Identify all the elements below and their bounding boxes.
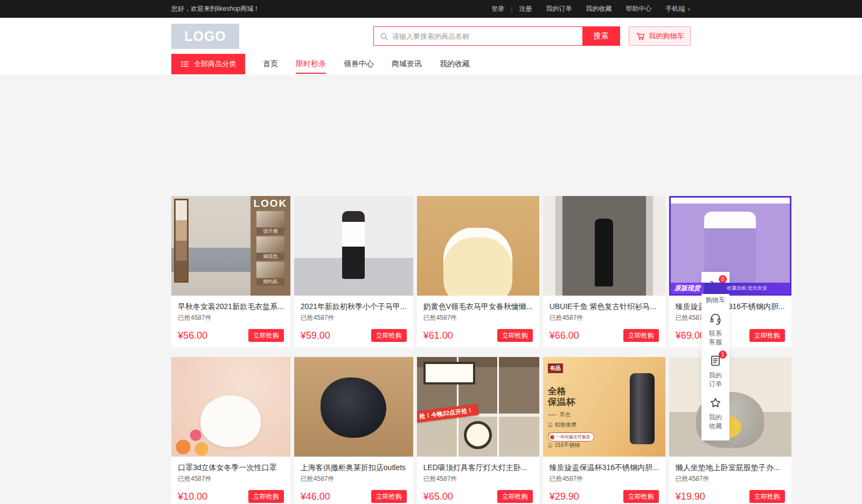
product-title: 奶黄色V领毛衣马甲女春秋慵懒... (423, 301, 533, 312)
product-card[interactable]: 懒人坐垫地上卧室屁股垫子办... 已抢4587件 ¥19.90 立即抢购 (669, 357, 791, 504)
chevron-down-icon: ∨ (687, 6, 691, 12)
look-thumb-image (256, 262, 284, 278)
buy-now-button[interactable]: 立即抢购 (248, 490, 284, 503)
buy-now-button[interactable]: 立即抢购 (497, 329, 533, 342)
star-icon (709, 396, 722, 409)
look-tag-label: 设计感 (256, 228, 284, 235)
nav-my-favorites[interactable]: 我的收藏 (440, 52, 470, 75)
product-title: 臻质旋盖保温杯316不锈钢内胆... (550, 462, 659, 473)
product-card[interactable]: 奶黄色V领毛衣马甲女春秋慵懒... 已抢4587件 ¥61.00 立即抢购 (417, 196, 539, 347)
product-image (171, 357, 290, 457)
product-grid: LOOK设计感潮流范简约风 早秋冬女装2021新款毛衣盐系... 已抢4587件… (171, 196, 691, 504)
buy-now-button[interactable]: 立即抢购 (371, 490, 407, 503)
product-card[interactable]: 抢！今晚22点开抢！ LED吸顶灯具客厅灯大灯主卧... 已抢4587件 ¥65… (417, 357, 539, 504)
product-title: 口罩3d立体女冬季一次性口罩 (178, 462, 284, 473)
product-sold-count: 已抢4587件 (423, 313, 533, 323)
order-icon: 1 (709, 354, 722, 367)
search-bar: 搜索 (373, 26, 620, 46)
product-card[interactable]: 原版现货收藏加购 优先发货 臻质旋盖保温杯316不锈钢内胆... 已抢4587件… (669, 196, 791, 347)
product-price: ¥56.00 (178, 330, 207, 341)
look-tag-label: 简约风 (256, 278, 284, 285)
main-nav: 全部商品分类 首页 限时秒杀 领券中心 商城资讯 我的收藏 (0, 52, 862, 76)
product-price: ¥61.00 (423, 330, 453, 341)
header: LOGO 搜索 我的购物车 (0, 18, 862, 52)
thermos-info: 有品全格 保温杯黑色☑精致便携☑密封防漏☑316不锈钢一年内漏水可换新 (548, 362, 580, 449)
product-card[interactable]: 有品全格 保温杯黑色☑精致便携☑密封防漏☑316不锈钢一年内漏水可换新 臻质旋盖… (543, 357, 665, 504)
look-tag-label: 潮流范 (256, 253, 284, 260)
product-card[interactable]: LOOK设计感潮流范简约风 早秋冬女装2021新款毛衣盐系... 已抢4587件… (171, 196, 290, 347)
buy-now-button[interactable]: 立即抢购 (371, 329, 407, 342)
thermos-color-label: 黑色 (548, 411, 580, 418)
product-image: LOOK设计感潮流范简约风 (171, 196, 290, 296)
product-price: ¥66.00 (550, 330, 579, 341)
product-image (669, 357, 791, 457)
product-card[interactable]: UBUIE千鱼 紫色复古针织衫马... 已抢4587件 ¥66.00 立即抢购 (543, 196, 665, 347)
product-image: 原版现货收藏加购 优先发货 (669, 196, 791, 296)
product-price: ¥10.00 (178, 491, 207, 502)
product-sold-count: 已抢4587件 (550, 474, 659, 484)
product-card[interactable]: 2021年新款初秋季小个子马甲... 已抢4587件 ¥59.00 立即抢购 (294, 196, 413, 347)
content-area: LOOK设计感潮流范简约风 早秋冬女装2021新款毛衣盐系... 已抢4587件… (0, 76, 862, 504)
search-icon (379, 32, 389, 41)
cart-count-badge: 0 (719, 275, 727, 283)
sidebar-customer-service[interactable]: 联系 客服 (701, 312, 729, 346)
divider: | (511, 5, 512, 13)
site-logo[interactable]: LOGO (171, 24, 239, 49)
my-cart-button[interactable]: 我的购物车 (629, 26, 691, 46)
product-price: ¥19.90 (676, 491, 705, 502)
buy-now-button[interactable]: 立即抢购 (749, 329, 785, 342)
buy-now-button[interactable]: 立即抢购 (623, 490, 659, 503)
product-price: ¥65.00 (423, 491, 453, 502)
product-title: 2021年新款初秋季小个子马甲... (301, 301, 407, 312)
sidebar-customer-service-label: 联系 客服 (701, 329, 729, 346)
look-thumb-image (256, 211, 284, 227)
nav-mall-news[interactable]: 商城资讯 (392, 52, 422, 75)
buy-now-button[interactable]: 立即抢购 (497, 490, 533, 503)
checkbox-icon: ☑ (548, 443, 553, 449)
product-image: 抢！今晚22点开抢！ (417, 357, 539, 457)
product-title: 上海客供撤柜奥莱折扣店outlets (301, 462, 407, 473)
flash-sale-ribbon: 抢！今晚22点开抢！ (417, 404, 479, 423)
sidebar-my-orders[interactable]: 1 我的 订单 (701, 354, 729, 388)
look-panel: LOOK设计感潮流范简约风 (251, 196, 290, 296)
product-card[interactable]: 口罩3d立体女冬季一次性口罩 已抢4587件 ¥10.00 立即抢购 (171, 357, 290, 504)
product-image (294, 357, 413, 457)
product-sold-count: 已抢4587件 (178, 313, 284, 323)
floating-sidebar: 0 购物车 联系 客服 1 我的 订单 我的 收藏 (701, 272, 729, 440)
help-center-link[interactable]: 帮助中心 (625, 4, 651, 13)
my-favorites-link[interactable]: 我的收藏 (586, 4, 611, 13)
all-categories-button[interactable]: 全部商品分类 (171, 54, 245, 74)
nav-coupon-center[interactable]: 领券中心 (344, 52, 374, 75)
nav-flash-sale[interactable]: 限时秒杀 (296, 52, 326, 75)
feature-row: ☑精致便携 (548, 421, 580, 429)
search-button[interactable]: 搜索 (582, 27, 620, 45)
sidebar-my-favorites[interactable]: 我的 收藏 (701, 396, 729, 430)
my-orders-link[interactable]: 我的订单 (546, 4, 572, 13)
feature-label: 精致便携 (555, 421, 576, 429)
product-sold-count: 已抢4587件 (676, 313, 785, 323)
product-price: ¥46.00 (301, 491, 330, 502)
product-title: UBUIE千鱼 紫色复古针织衫马... (550, 301, 659, 312)
checkbox-icon: ☑ (548, 422, 553, 428)
product-sold-count: 已抢4587件 (178, 474, 284, 484)
nav-home[interactable]: 首页 (263, 52, 278, 75)
product-card[interactable]: 上海客供撤柜奥莱折扣店outlets 已抢4587件 ¥46.00 立即抢购 (294, 357, 413, 504)
product-sold-count: 已抢4587件 (423, 474, 533, 484)
product-sold-count: 已抢4587件 (550, 313, 659, 323)
product-image (543, 196, 665, 296)
cart-icon (636, 31, 645, 41)
login-link[interactable]: 登录 (491, 4, 504, 13)
buy-now-button[interactable]: 立即抢购 (749, 490, 785, 503)
mobile-site-link[interactable]: 手机端 ∨ (665, 4, 691, 13)
register-link[interactable]: 注册 (519, 4, 532, 13)
headset-icon (709, 312, 722, 325)
brand-badge: 有品 (548, 363, 563, 373)
product-title: LED吸顶灯具客厅灯大灯主卧... (423, 462, 533, 473)
buy-now-button[interactable]: 立即抢购 (623, 329, 659, 342)
search-input[interactable] (374, 27, 582, 45)
buy-now-button[interactable]: 立即抢购 (248, 329, 284, 342)
product-price: ¥59.00 (301, 330, 330, 341)
product-price: ¥29.90 (550, 491, 579, 502)
feature-row: ☑316不锈钢 (548, 442, 580, 449)
product-title: 懒人坐垫地上卧室屁股垫子办... (676, 462, 785, 473)
